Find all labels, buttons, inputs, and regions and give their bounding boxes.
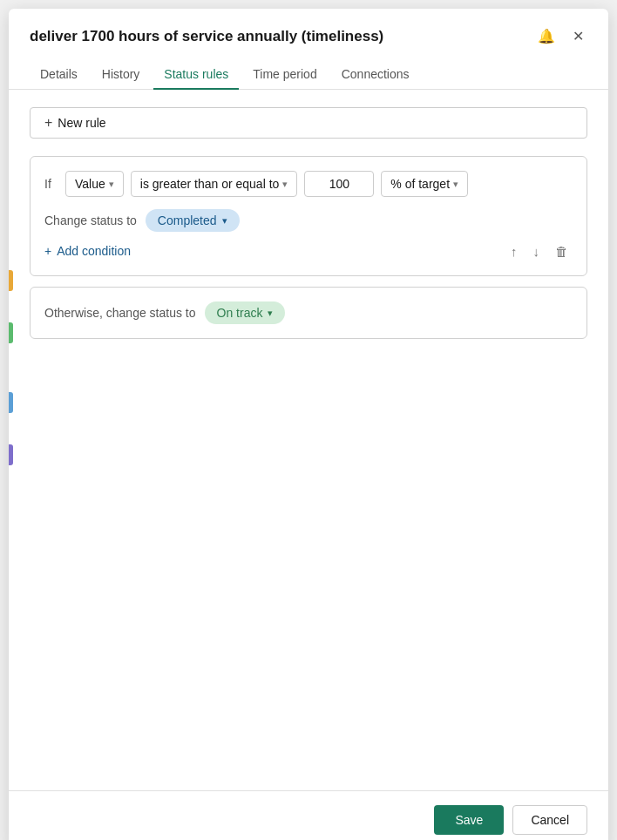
cancel-button[interactable]: Cancel (512, 805, 587, 835)
change-status-label: Change status to (44, 213, 137, 227)
target-dropdown-chevron: ▾ (453, 179, 458, 190)
add-condition-label: Add condition (57, 244, 131, 258)
close-icon: ✕ (573, 28, 584, 44)
target-dropdown[interactable]: % of target ▾ (381, 171, 468, 197)
on-track-chevron-icon: ▾ (268, 308, 273, 319)
side-indicators (9, 270, 13, 465)
on-track-status-label: On track (217, 306, 263, 320)
side-dot-2 (9, 322, 13, 343)
new-rule-label: New rule (58, 116, 105, 130)
completed-chevron-icon: ▾ (222, 215, 227, 227)
otherwise-card: Otherwise, change status to On track ▾ (30, 287, 587, 339)
trash-icon: 🗑 (555, 244, 568, 259)
plus-icon: + (44, 115, 52, 131)
tab-time-period[interactable]: Time period (242, 60, 327, 90)
down-arrow-icon: ↓ (533, 244, 540, 259)
if-label: If (44, 177, 58, 191)
move-down-button[interactable]: ↓ (529, 241, 545, 261)
tab-status-rules[interactable]: Status rules (153, 60, 239, 90)
side-dot-4 (9, 444, 13, 465)
add-condition-plus-icon: + (44, 244, 51, 258)
move-up-button[interactable]: ↑ (506, 241, 522, 261)
modal-container: deliver 1700 hours of service annually (… (9, 9, 608, 840)
tab-history[interactable]: History (92, 60, 151, 90)
modal-footer: Save Cancel (9, 790, 608, 840)
value-input[interactable] (304, 171, 374, 197)
condition-row: If Value ▾ is greater than or equal to ▾… (44, 171, 573, 197)
modal-header: deliver 1700 hours of service annually (… (9, 9, 608, 60)
row-controls: ↑ ↓ 🗑 (506, 241, 573, 261)
tabs-container: Details History Status rules Time period… (9, 60, 608, 90)
add-condition-button[interactable]: + Add condition (44, 240, 131, 261)
actions-row: + Add condition ↑ ↓ 🗑 (44, 240, 573, 261)
save-button[interactable]: Save (434, 805, 504, 835)
condition-dropdown[interactable]: is greater than or equal to ▾ (131, 171, 298, 197)
header-icons: 🔔 ✕ (534, 26, 587, 46)
rule-card: If Value ▾ is greater than or equal to ▾… (30, 156, 587, 276)
value-dropdown[interactable]: Value ▾ (65, 171, 124, 197)
bell-icon: 🔔 (538, 28, 555, 44)
side-dot-1 (9, 270, 13, 291)
side-dot-3 (9, 392, 13, 413)
modal-title: deliver 1700 hours of service annually (… (30, 28, 383, 45)
change-status-row: Change status to Completed ▾ (44, 209, 573, 232)
completed-status-badge[interactable]: Completed ▾ (146, 209, 240, 232)
otherwise-label: Otherwise, change status to (44, 306, 196, 320)
modal-content: + New rule If Value ▾ is greater than or… (9, 90, 608, 790)
up-arrow-icon: ↑ (511, 244, 518, 259)
tab-connections[interactable]: Connections (331, 60, 420, 90)
condition-dropdown-chevron: ▾ (282, 179, 288, 190)
new-rule-button[interactable]: + New rule (30, 107, 587, 139)
tab-details[interactable]: Details (30, 60, 88, 90)
value-dropdown-chevron: ▾ (109, 179, 114, 190)
delete-rule-button[interactable]: 🗑 (551, 241, 573, 261)
completed-status-label: Completed (158, 213, 217, 227)
on-track-status-badge[interactable]: On track ▾ (205, 301, 286, 324)
close-button[interactable]: ✕ (569, 26, 587, 46)
bell-button[interactable]: 🔔 (534, 26, 559, 46)
